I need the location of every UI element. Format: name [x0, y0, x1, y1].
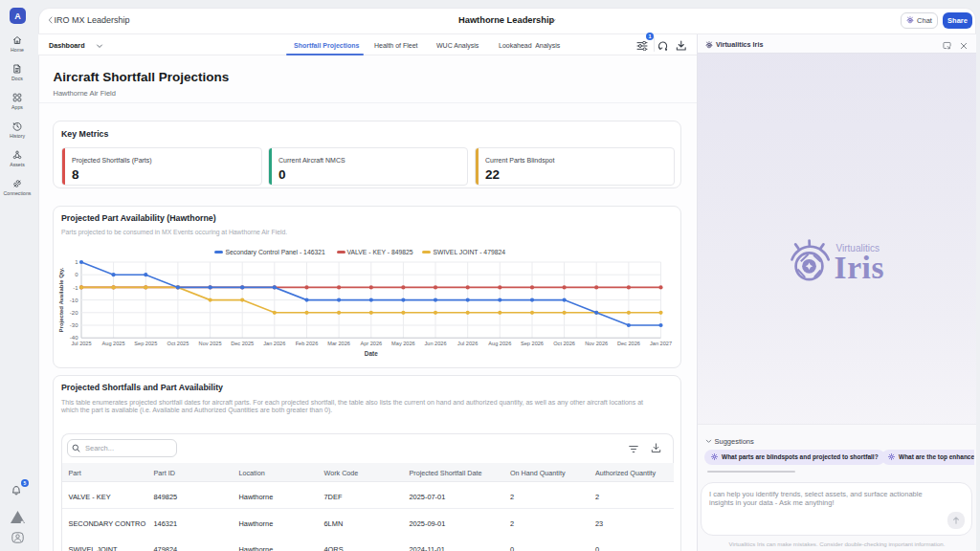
svg-text:Aug 2026: Aug 2026 — [488, 341, 511, 346]
svg-text:Apr 2026: Apr 2026 — [360, 341, 382, 346]
svg-text:Sep 2025: Sep 2025 — [134, 341, 157, 346]
svg-text:Date: Date — [365, 350, 378, 357]
svg-text:Nov 2026: Nov 2026 — [585, 341, 608, 346]
svg-text:Dec 2026: Dec 2026 — [617, 341, 640, 346]
svg-text:Jul 2026: Jul 2026 — [457, 341, 478, 346]
svg-text:Feb 2026: Feb 2026 — [296, 341, 319, 346]
svg-text:Projected Available Qty.: Projected Available Qty. — [58, 267, 64, 332]
svg-text:1: 1 — [75, 259, 78, 265]
svg-text:-30: -30 — [70, 322, 78, 328]
svg-text:-10: -10 — [70, 298, 78, 303]
svg-text:-1: -1 — [73, 285, 78, 291]
svg-text:Oct 2026: Oct 2026 — [553, 341, 575, 346]
svg-text:Jan 2026: Jan 2026 — [263, 341, 285, 346]
svg-text:-20: -20 — [70, 310, 78, 316]
svg-text:May 2026: May 2026 — [391, 341, 415, 346]
svg-text:Jun 2026: Jun 2026 — [424, 341, 446, 346]
svg-text:Jul 2025: Jul 2025 — [71, 341, 91, 346]
svg-text:Nov 2025: Nov 2025 — [199, 341, 222, 346]
svg-text:Dec 2025: Dec 2025 — [231, 341, 254, 346]
svg-text:Mar 2026: Mar 2026 — [327, 341, 350, 346]
svg-text:Jan 2027: Jan 2027 — [650, 341, 672, 346]
svg-text:0: 0 — [75, 272, 78, 277]
svg-text:Aug 2025: Aug 2025 — [102, 341, 125, 346]
svg-text:Sep 2026: Sep 2026 — [521, 341, 544, 346]
svg-text:Oct 2025: Oct 2025 — [167, 341, 189, 346]
